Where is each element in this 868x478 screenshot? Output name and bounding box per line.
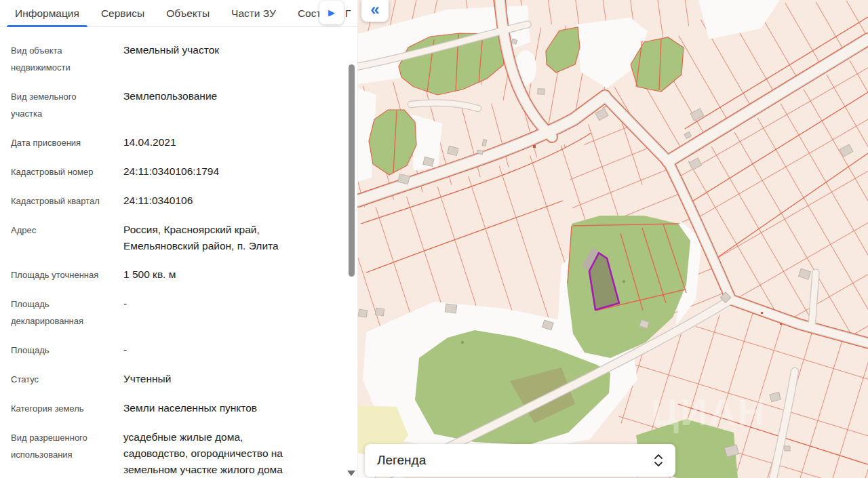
- collapse-panel-button[interactable]: «: [361, 0, 389, 22]
- info-row: СтатусУчтенный: [11, 371, 357, 388]
- tab-services[interactable]: Сервисы: [93, 0, 153, 27]
- info-row: Площадь уточненная1 500 кв. м: [11, 266, 357, 283]
- info-panel: Информация Сервисы Объекты Части ЗУ Сост…: [0, 0, 357, 478]
- double-chevron-left-icon: «: [370, 1, 379, 18]
- info-row: Кадастровый номер24:11:0340106:1794: [11, 163, 357, 180]
- tabs-overflow-button[interactable]: ▶: [319, 1, 344, 24]
- row-value: Россия, Красноярский край, Емельяновский…: [123, 222, 302, 254]
- arrow-right-icon: ▶: [328, 7, 335, 18]
- row-label: Статус: [11, 371, 106, 388]
- info-row: Вид разрешенного использованияусадебные …: [11, 429, 357, 478]
- row-label: Площадь уточненная: [11, 266, 106, 283]
- info-row: Площадь декларированная-: [11, 296, 357, 330]
- legend-title: Легенда: [377, 453, 426, 468]
- info-row: Площадь-: [11, 342, 357, 359]
- row-value: Учтенный: [123, 371, 171, 388]
- row-label: Дата присвоения: [11, 134, 106, 151]
- row-value: 1 500 кв. м: [123, 266, 176, 283]
- row-label: Вид земельного участка: [11, 88, 106, 122]
- info-rows: Вид объекта недвижимостиЗемельный участо…: [0, 27, 357, 478]
- cadastral-map[interactable]: ЦИАН « Легенда: [357, 0, 868, 478]
- tab-clipped-next[interactable]: Г: [345, 0, 351, 27]
- row-label: Площадь декларированная: [11, 296, 106, 330]
- row-label: Адрес: [11, 222, 106, 254]
- tab-bar: Информация Сервисы Объекты Части ЗУ Сост…: [0, 0, 357, 27]
- row-label: Вид разрешенного использования: [11, 429, 106, 478]
- row-value: -: [123, 342, 127, 359]
- triangle-down-icon: [347, 471, 355, 476]
- panel-scrollbar-thumb[interactable]: [349, 64, 355, 277]
- row-label: Кадастровый квартал: [11, 193, 106, 210]
- row-value: 24:11:0340106: [123, 193, 193, 210]
- legend-panel[interactable]: Легенда: [365, 444, 675, 477]
- panel-scroll-down-button[interactable]: [347, 469, 356, 477]
- row-value: -: [123, 296, 127, 330]
- map-canvas: [357, 0, 868, 478]
- expand-collapse-icon: [654, 453, 663, 468]
- row-label: Кадастровый номер: [11, 163, 106, 180]
- row-value: Земли населенных пунктов: [123, 400, 257, 417]
- info-row: АдресРоссия, Красноярский край, Емельяно…: [11, 222, 357, 254]
- row-value: усадебные жилые дома, садоводство, огоро…: [123, 429, 302, 478]
- row-label: Вид объекта недвижимости: [11, 42, 106, 76]
- tab-objects[interactable]: Объекты: [158, 0, 218, 27]
- info-row: Дата присвоения14.04.2021: [11, 134, 357, 151]
- info-row: Кадастровый квартал24:11:0340106: [11, 193, 357, 210]
- row-value: 14.04.2021: [123, 134, 176, 151]
- tab-information[interactable]: Информация: [7, 0, 87, 27]
- row-value: Земельный участок: [123, 42, 219, 76]
- row-label: Категория земель: [11, 400, 106, 417]
- row-value: 24:11:0340106:1794: [123, 163, 219, 180]
- app: Информация Сервисы Объекты Части ЗУ Сост…: [0, 0, 868, 478]
- info-row: Категория земельЗемли населенных пунктов: [11, 400, 357, 417]
- info-row: Вид объекта недвижимостиЗемельный участо…: [11, 42, 357, 76]
- row-value: Землепользование: [123, 88, 217, 122]
- tab-parcel-parts[interactable]: Части ЗУ: [223, 0, 284, 27]
- info-row: Вид земельного участкаЗемлепользование: [11, 88, 357, 122]
- row-label: Площадь: [11, 342, 106, 359]
